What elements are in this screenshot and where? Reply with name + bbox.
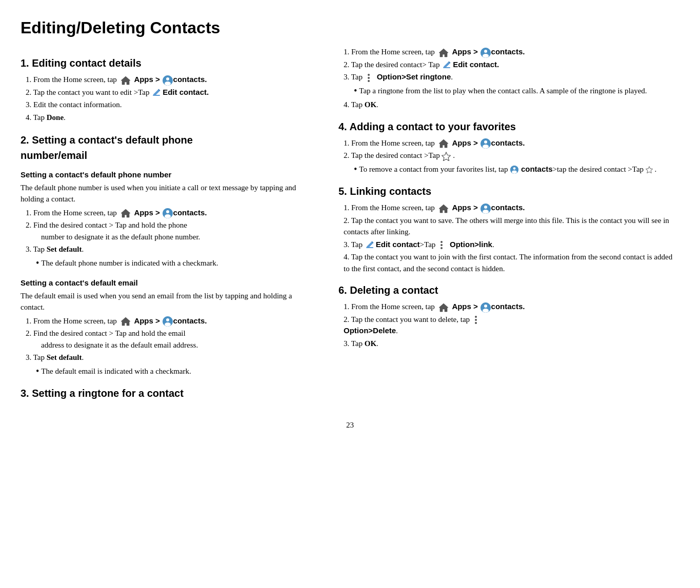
star-icon-s4 [442,152,451,161]
section5-step3: 3. Tap Edit contact>Tap Option>link. [344,239,679,251]
svg-point-26 [484,206,487,209]
contacts-icon-s4 [481,138,491,149]
svg-point-35 [475,316,477,318]
section2-sub1-step3: 3. Tap Set default. [26,244,318,255]
edit-contact-s1: Edit contact. [163,88,209,96]
svg-marker-20 [442,152,451,161]
home-icon-s6 [438,302,449,313]
contacts-label-s1: contacts. [173,75,207,84]
edit-icon-s5 [365,240,375,250]
section2-sub1-heading: Setting a contact's default phone number [21,169,318,181]
svg-point-33 [484,305,487,308]
options-icon-s5 [438,240,445,250]
edit-icon-s1 [152,88,162,98]
section2-sub2-bullet: The default email is indicated with a ch… [36,366,318,377]
section6-step3: 3. Tap OK. [344,338,679,350]
contacts-icon-s1 [163,75,173,86]
apps-label-s2b: Apps > [134,316,159,325]
contacts-label-s4b: contacts [521,165,553,173]
contacts-label-s2a: contacts. [173,208,207,217]
section3-heading: 3. Setting a ringtone for a contact [21,386,318,401]
svg-point-19 [483,145,489,149]
svg-point-9 [165,322,171,327]
svg-point-29 [441,241,443,243]
section4-step2: 2. Tap the desired contact >Tap . [344,150,679,161]
apps-label-s5: Apps > [452,203,477,212]
section3-step3: 3. Tap Option>Set ringtone. [344,71,679,83]
svg-point-15 [368,77,370,79]
section2-sub1-body: The default phone number is used when yo… [21,182,318,205]
section4-bullet: To remove a contact from your favorites … [354,164,679,175]
section1-step1: 1. From the Home screen, tap Apps > cont… [26,74,318,86]
edit-contact-s5: Edit contact [376,240,420,249]
svg-point-1 [166,77,169,80]
left-column: 1. Editing contact details 1. From the H… [21,46,318,404]
edit-icon-s3 [442,60,452,70]
section4-step1: 1. From the Home screen, tap Apps > cont… [344,137,679,149]
option-set-ringtone-s3: Option>Set ringtone [375,72,451,81]
apps-label-s6: Apps > [452,302,477,311]
contacts-label-s3: contacts. [491,47,525,56]
section5-step4: 4. Tap the contact you want to join with… [344,251,679,274]
contacts-icon-s4b [510,166,518,174]
section3-bullet: Tap a ringtone from the list to play whe… [354,85,679,97]
section6-step1: 1. From the Home screen, tap Apps > cont… [344,301,679,313]
section3-step1: 1. From the Home screen, tap Apps > cont… [344,46,679,58]
section1-step3: 3. Edit the contact information. [26,99,318,111]
home-icon-s2b [120,316,131,327]
option-link-s5: Option>link [448,240,492,249]
svg-point-31 [441,247,443,249]
home-icon-s3 [438,48,449,58]
section6-heading: 6. Deleting a contact [338,282,679,298]
svg-point-12 [483,54,489,58]
home-icon-s4 [438,138,449,149]
section2-heading: 2. Setting a contact's default phonenumb… [21,132,318,163]
contacts-icon-s3 [481,48,491,58]
two-column-layout: 1. Editing contact details 1. From the H… [21,46,679,404]
svg-marker-24 [646,167,652,173]
section3-step2: 2. Tap the desired contact> Tap Edit con… [344,59,679,71]
svg-point-22 [513,167,516,170]
svg-point-5 [166,210,169,213]
section2-sub2-step3: 3. Tap Set default. [26,352,318,363]
svg-point-14 [368,74,370,76]
section4-heading: 4. Adding a contact to your favorites [338,119,679,134]
page-container: Editing/Deleting Contacts 1. Editing con… [21,15,679,431]
apps-label-s2a: Apps > [134,208,159,217]
section2-sub1-step1: 1. From the Home screen, tap Apps > cont… [26,207,318,219]
section5-step2: 2. Tap the contact you want to save. The… [344,215,679,238]
contacts-label-s6: contacts. [491,302,525,311]
svg-point-30 [441,244,443,246]
section2-sub2-heading: Setting a contact's default email [21,277,318,289]
section1-step2: 2. Tap the contact you want to edit >Tap… [26,87,318,98]
section1-heading: 1. Editing contact details [21,55,318,71]
page-title: Editing/Deleting Contacts [21,15,679,40]
svg-point-18 [484,140,487,144]
section5-step1: 1. From the Home screen, tap Apps > cont… [344,202,679,214]
page-number: 23 [21,419,679,431]
options-icon-s6 [472,315,479,325]
svg-point-8 [166,318,169,321]
svg-point-11 [484,50,487,53]
apps-label-s3: Apps > [452,47,477,56]
home-icon-s2a [120,208,131,218]
options-icon-s3 [365,73,372,83]
svg-point-16 [368,80,370,82]
contacts-icon-s2b [163,316,173,327]
contacts-label-s4: contacts. [491,138,525,147]
home-icon-s5 [438,204,449,214]
apps-label-s4: Apps > [452,138,477,147]
svg-point-2 [165,82,171,86]
contacts-icon-s2a [163,208,173,218]
edit-contact-s3: Edit contact. [453,60,499,69]
contacts-icon-s5 [481,204,491,214]
section2-sub1-step2: 2. Find the desired contact > Tap and ho… [26,219,318,242]
section5-heading: 5. Linking contacts [338,184,679,199]
section2-sub1-step2-cont: number to designate it as the default ph… [41,233,200,241]
section3-step4: 4. Tap OK. [344,99,679,111]
contacts-label-s2b: contacts. [173,316,207,325]
contacts-icon-s6 [481,302,491,313]
svg-point-23 [512,171,517,174]
svg-point-6 [165,214,171,218]
right-column: 1. From the Home screen, tap Apps > cont… [338,46,679,404]
